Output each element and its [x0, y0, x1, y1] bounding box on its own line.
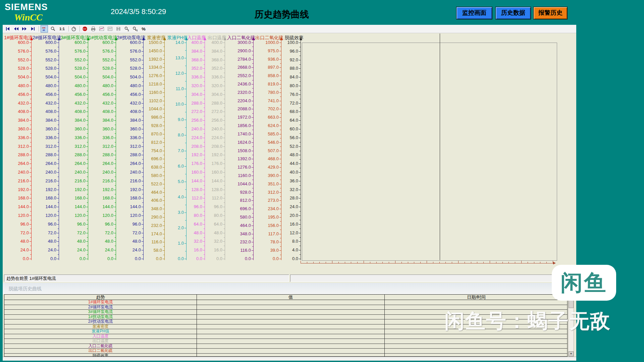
axis-tick-label: 1276.0: [139, 73, 162, 78]
axis-minor-tick: [300, 81, 301, 82]
axis-tick: [86, 68, 88, 69]
print-icon[interactable]: [90, 25, 97, 32]
axis-tick: [142, 103, 143, 104]
axis-tick-label: 24.0: [5, 248, 29, 252]
statistics-plus-1-icon[interactable]: +1: [132, 25, 139, 32]
axis-tick: [299, 138, 301, 138]
toolbar-separator: [79, 26, 80, 32]
axis-tick: [30, 190, 31, 190]
axis-tick: [223, 250, 225, 250]
axis-minor-tick: [204, 159, 205, 160]
alarm-history-button[interactable]: 报警历史: [533, 7, 568, 19]
column-header-datetime: 日期/时间: [385, 295, 568, 300]
go-next-icon[interactable]: [21, 25, 28, 32]
time-axis-tick: [351, 262, 351, 263]
axis-minor-tick: [163, 238, 164, 238]
scada-screen: SIEMENS WinCC 2024/3/5 8:50:29 历史趋势曲线 监控…: [0, 0, 644, 362]
trend-table-row[interactable]: 入口二氧化硫: [4, 344, 567, 349]
axis-tick: [163, 250, 164, 251]
time-axis-tick: [471, 262, 471, 263]
scroll-down-icon[interactable]: ▼: [569, 351, 574, 356]
axis-minor-tick: [115, 99, 116, 99]
axis-tick-label: 288.0: [33, 153, 56, 157]
history-data-button[interactable]: 历史数据: [495, 7, 531, 19]
axis-tick-label: 52.0: [275, 144, 298, 149]
trend-table-row[interactable]: 出口二氧化硫: [4, 349, 567, 354]
axis-tick-label: 72.0: [5, 231, 29, 235]
axis-minor-tick: [204, 229, 205, 229]
trend-table-row[interactable]: 出口温度: [4, 339, 567, 344]
axis-tick-label: 456.0: [33, 92, 56, 97]
axis-tick: [252, 93, 253, 93]
zoom-area-icon[interactable]: [50, 25, 56, 32]
axis-tick: [252, 151, 253, 151]
axis-minor-tick: [87, 47, 88, 47]
axis-minor-tick: [87, 81, 88, 82]
percent-icon[interactable]: %: [140, 25, 147, 32]
trend-table-header: 趋势 值 日期/时间: [4, 295, 567, 300]
toolbar-separator: [39, 26, 39, 32]
axis-tick: [86, 250, 88, 250]
axis-tick: [86, 198, 88, 198]
axis-tick: [279, 159, 281, 159]
trend-table-row[interactable]: 1#循环泵电流: [4, 300, 567, 305]
axis-tick: [30, 164, 31, 164]
scrollbar-thumb[interactable]: [569, 300, 574, 308]
axis-minor-tick: [300, 151, 301, 151]
value-axis-line: [301, 40, 301, 260]
trend-plot-area[interactable]: [302, 43, 557, 261]
axis-minor-tick: [87, 177, 88, 177]
axis-tick: [252, 192, 253, 193]
axis-tick-label: 576.0: [117, 49, 141, 54]
axis-minor-tick: [204, 254, 205, 255]
axis-tick-label: 432.0: [90, 101, 113, 106]
one-to-one-icon[interactable]: 1:1: [58, 25, 66, 32]
trend-table-row[interactable]: 脱硫效率: [4, 354, 567, 357]
trend-ruler-line[interactable]: [440, 34, 440, 260]
axis-tick-label: 58.0: [139, 248, 162, 253]
axis-tick: [223, 241, 225, 242]
go-previous-icon[interactable]: [13, 25, 19, 32]
select-trend-icon[interactable]: 10E0E: [41, 25, 48, 33]
monitor-screen-button[interactable]: 监控画面: [456, 7, 492, 19]
axis-tick-label: 2204.0: [227, 99, 251, 103]
axis-tick-label: 600.0: [33, 40, 56, 45]
axis-minor-tick: [204, 64, 205, 65]
axis-minor-tick: [204, 99, 205, 99]
axis-minor-tick: [30, 229, 31, 229]
axis-tick-label: 600.0: [90, 40, 113, 45]
axis-minor-tick: [30, 142, 31, 142]
axis-tick: [299, 198, 301, 198]
axis-tick: [299, 233, 301, 233]
axis-tick-label: 0.0: [90, 256, 113, 261]
axis-tick-label: 580.0: [227, 215, 251, 220]
curve-view-icon[interactable]: [98, 25, 105, 32]
axis-tick-label: 1102.0: [139, 99, 162, 103]
axis-tick: [114, 129, 116, 129]
go-first-icon[interactable]: [4, 25, 11, 32]
go-last-icon[interactable]: [30, 25, 36, 32]
axis-tick-label: 432.0: [33, 101, 56, 106]
axis-tick-label: 96.0: [275, 49, 298, 54]
time-axis-tick: [389, 262, 389, 263]
stop-update-icon[interactable]: STOP: [82, 25, 88, 32]
axis-tick-label: 0.0: [275, 256, 298, 261]
report-view-icon[interactable]: [107, 25, 113, 32]
statistics-1-icon[interactable]: 1: [123, 25, 130, 32]
table-horizontal-scrollbar[interactable]: [3, 357, 576, 361]
axis-minor-tick: [204, 47, 205, 47]
axis-tick-label: 240.0: [199, 127, 222, 131]
axis-tick: [252, 67, 253, 68]
axis-tick: [114, 51, 116, 52]
axis-tick: [299, 155, 301, 155]
axis-tick: [279, 167, 281, 168]
axis-minor-tick: [30, 90, 31, 90]
time-range-icon[interactable]: [70, 25, 77, 32]
axis-tick-label: 1044.0: [227, 182, 251, 186]
axis-minor-tick: [224, 116, 225, 116]
axis-minor-tick: [252, 163, 253, 164]
save-icon[interactable]: [115, 25, 122, 32]
axis-tick-label: 240.0: [117, 170, 141, 175]
axis-minor-tick: [300, 168, 301, 168]
axis-minor-tick: [300, 246, 301, 246]
